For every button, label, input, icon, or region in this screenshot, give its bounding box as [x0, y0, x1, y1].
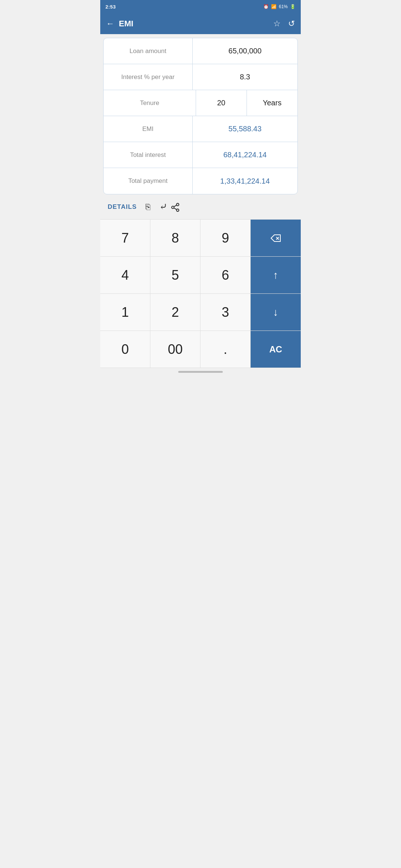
- key-backspace[interactable]: [251, 220, 301, 257]
- share-button[interactable]: ⤶: [159, 201, 180, 213]
- calculator-table: Loan amount 65,00,000 Interest % per yea…: [103, 38, 298, 194]
- tenure-values: 20 Years: [196, 90, 297, 116]
- key-6[interactable]: 6: [200, 257, 251, 294]
- total-interest-label: Total interest: [104, 142, 193, 168]
- key-8[interactable]: 8: [150, 220, 200, 257]
- tenure-row[interactable]: Tenure 20 Years: [104, 90, 297, 116]
- total-interest-value: 68,41,224.14: [193, 142, 297, 168]
- total-interest-row: Total interest 68,41,224.14: [104, 142, 297, 168]
- interest-row[interactable]: Interest % per year 8.3: [104, 64, 297, 90]
- bottom-bar: [100, 368, 301, 375]
- tenure-number[interactable]: 20: [196, 90, 247, 116]
- details-label[interactable]: DETAILS: [108, 203, 137, 211]
- alarm-icon: ⏰: [263, 4, 269, 9]
- key-3[interactable]: 3: [200, 294, 251, 331]
- emi-label: EMI: [104, 116, 193, 142]
- svg-point-1: [172, 206, 174, 209]
- battery-indicator: 61%: [279, 4, 288, 9]
- page-title: EMI: [119, 19, 133, 29]
- key-5[interactable]: 5: [150, 257, 200, 294]
- loan-amount-row[interactable]: Loan amount 65,00,000: [104, 38, 297, 64]
- key-dot[interactable]: .: [200, 331, 251, 368]
- svg-point-0: [176, 203, 179, 206]
- interest-value[interactable]: 8.3: [193, 64, 297, 90]
- total-payment-label: Total payment: [104, 168, 193, 194]
- battery-icon: 🔋: [290, 4, 296, 9]
- tenure-label: Tenure: [104, 90, 196, 116]
- loan-amount-label: Loan amount: [104, 38, 193, 64]
- total-payment-value: 1,33,41,224.14: [193, 168, 297, 194]
- key-00[interactable]: 00: [150, 331, 200, 368]
- header-right: ☆ ↺: [273, 19, 295, 29]
- star-button[interactable]: ☆: [273, 19, 281, 29]
- app-header: ← EMI ☆ ↺: [100, 13, 301, 34]
- status-time: 2:53: [105, 4, 116, 10]
- wifi-icon: 📶: [271, 4, 277, 9]
- total-payment-row: Total payment 1,33,41,224.14: [104, 168, 297, 194]
- status-right: ⏰ 📶 61% 🔋: [263, 4, 296, 9]
- key-0[interactable]: 0: [100, 331, 150, 368]
- interest-label: Interest % per year: [104, 64, 193, 90]
- emi-value: 55,588.43: [193, 116, 297, 142]
- key-1[interactable]: 1: [100, 294, 150, 331]
- key-7[interactable]: 7: [100, 220, 150, 257]
- details-bar: DETAILS ⎘ ⤶: [100, 194, 301, 219]
- svg-point-2: [176, 209, 179, 211]
- loan-amount-value[interactable]: 65,00,000: [193, 38, 297, 64]
- bottom-handle: [178, 371, 223, 373]
- key-down[interactable]: ↓: [251, 294, 301, 331]
- keypad: 7 8 9 4 5 6 ↑ 1 2 3 ↓ 0 00 . AC: [100, 219, 301, 368]
- svg-line-4: [174, 205, 176, 207]
- copy-button[interactable]: ⎘: [146, 202, 150, 212]
- svg-line-3: [174, 208, 176, 210]
- key-ac[interactable]: AC: [251, 331, 301, 368]
- key-9[interactable]: 9: [200, 220, 251, 257]
- header-left: ← EMI: [106, 19, 133, 29]
- key-2[interactable]: 2: [150, 294, 200, 331]
- emi-row: EMI 55,588.43: [104, 116, 297, 142]
- history-button[interactable]: ↺: [288, 19, 295, 29]
- tenure-unit[interactable]: Years: [247, 90, 297, 116]
- key-4[interactable]: 4: [100, 257, 150, 294]
- back-button[interactable]: ←: [106, 19, 114, 29]
- key-up[interactable]: ↑: [251, 257, 301, 294]
- status-bar: 2:53 ⏰ 📶 61% 🔋: [100, 0, 301, 13]
